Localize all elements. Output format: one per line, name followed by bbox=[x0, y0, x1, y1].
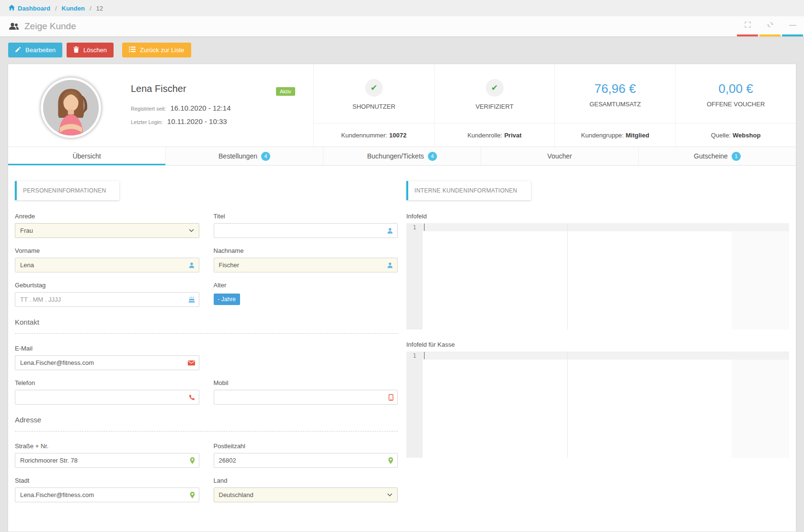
stats-section: ✔ SHOPNUTZER ✔ VERIFIZIERT 76,96 € GESAM… bbox=[314, 64, 796, 147]
tab-uebersicht[interactable]: Übersicht bbox=[8, 147, 165, 165]
gesamtumsatz-label: GESAMTUMSATZ bbox=[589, 101, 641, 108]
vorname-input[interactable] bbox=[15, 258, 199, 272]
meta-kundengruppe: Kundengruppe: Mitglied bbox=[554, 124, 675, 147]
tab-gutscheine[interactable]: Gutscheine 1 bbox=[638, 147, 796, 165]
kundenrolle-value: Privat bbox=[504, 132, 521, 139]
page-header: Zeige Kunde bbox=[0, 16, 804, 36]
tab-buchungen-tickets[interactable]: Buchungen/Tickets 4 bbox=[323, 147, 481, 165]
delete-button[interactable]: Löschen bbox=[67, 43, 114, 57]
stats-meta-row: Kundennummer: 10072 Kundenrolle: Privat … bbox=[314, 123, 796, 147]
tab-bar: Übersicht Bestellungen 4 Buchungen/Ticke… bbox=[8, 147, 796, 166]
person-icon bbox=[387, 262, 393, 269]
pencil-icon bbox=[15, 46, 21, 54]
collapse-button[interactable] bbox=[782, 16, 803, 36]
expand-button[interactable] bbox=[737, 16, 758, 36]
users-icon bbox=[9, 23, 19, 30]
tab-voucher[interactable]: Voucher bbox=[481, 147, 638, 165]
kundenrolle-label: Kundenrolle: bbox=[467, 132, 502, 139]
edit-button[interactable]: Bearbeiten bbox=[8, 43, 62, 57]
breadcrumb-separator: / bbox=[90, 5, 92, 12]
stats-top-row: ✔ SHOPNUTZER ✔ VERIFIZIERT 76,96 € GESAM… bbox=[314, 64, 796, 123]
editor-text-area bbox=[423, 351, 732, 458]
land-select[interactable]: Deutschland bbox=[214, 487, 398, 502]
envelope-icon bbox=[188, 360, 195, 365]
tab-bestellungen[interactable]: Bestellungen 4 bbox=[165, 147, 323, 165]
vorname-field: Vorname bbox=[15, 247, 199, 272]
strasse-input[interactable] bbox=[15, 453, 199, 468]
age-badge: - Jahre bbox=[214, 294, 240, 305]
mobil-field: Mobil bbox=[214, 379, 398, 405]
breadcrumb-dashboard-link[interactable]: Dashboard bbox=[9, 5, 50, 12]
refresh-button[interactable] bbox=[759, 16, 781, 36]
telefon-label: Telefon bbox=[15, 379, 199, 386]
geburtstag-field: Geburtstag bbox=[15, 282, 199, 307]
person-panel: PERSONENINFORMATIONEN Anrede Frau Titel bbox=[15, 181, 398, 511]
internal-panel-title: INTERNE KUNDENINFORMATIONEN bbox=[406, 181, 531, 200]
trash-icon bbox=[73, 46, 79, 54]
plz-input[interactable] bbox=[214, 453, 398, 468]
plz-field: Postleitzahl bbox=[214, 442, 398, 468]
mobil-input[interactable] bbox=[214, 390, 398, 405]
infofeld-editor[interactable]: 1 bbox=[406, 223, 789, 329]
email-input[interactable] bbox=[15, 355, 199, 370]
page-title: Zeige Kunde bbox=[9, 21, 76, 32]
map-pin-icon bbox=[190, 492, 195, 498]
email-label: E-Mail bbox=[15, 345, 199, 352]
home-icon bbox=[9, 5, 15, 12]
infofeld-kasse-editor[interactable]: 1 bbox=[406, 351, 789, 458]
tab-gutscheine-badge: 1 bbox=[732, 152, 741, 161]
editor-active-line bbox=[423, 223, 789, 231]
last-login-row: Letzter Login: 10.11.2020 - 10:33 bbox=[131, 117, 230, 125]
chevron-down-icon bbox=[189, 229, 194, 232]
check-icon: ✔ bbox=[365, 79, 383, 97]
person-panel-title: PERSONENINFORMATIONEN bbox=[15, 181, 119, 200]
strasse-field: Straße + Nr. bbox=[15, 442, 199, 468]
breadcrumb-separator: / bbox=[55, 5, 57, 12]
map-pin-icon bbox=[388, 457, 393, 464]
kundengruppe-label: Kundengruppe: bbox=[581, 132, 624, 139]
nachname-label: Nachname bbox=[214, 247, 398, 254]
stadt-input[interactable] bbox=[15, 487, 199, 502]
titel-input[interactable] bbox=[214, 223, 398, 238]
editor-cursor bbox=[424, 352, 425, 359]
stat-gesamtumsatz: 76,96 € GESAMTUMSATZ bbox=[554, 64, 675, 123]
email-field: E-Mail bbox=[15, 345, 199, 370]
geburtstag-input[interactable] bbox=[15, 292, 199, 307]
nachname-input[interactable] bbox=[214, 258, 398, 272]
list-icon bbox=[129, 46, 136, 54]
titel-field: Titel bbox=[214, 213, 398, 238]
tab-gutscheine-label: Gutscheine bbox=[694, 152, 728, 160]
stat-verifiziert: ✔ VERIFIZIERT bbox=[434, 64, 555, 123]
stat-verifiziert-label: VERIFIZIERT bbox=[475, 103, 513, 110]
alter-field: Alter - Jahre bbox=[214, 282, 398, 307]
infofeld-label: Infofeld bbox=[406, 213, 789, 220]
profile-summary: Lena Fischer Registriert seit: 16.10.202… bbox=[8, 64, 314, 147]
registered-value: 16.10.2020 - 12:14 bbox=[171, 104, 231, 112]
stat-shopnutzer-label: SHOPNUTZER bbox=[352, 103, 395, 110]
tab-bestellungen-badge: 4 bbox=[261, 152, 270, 161]
land-field: Land Deutschland bbox=[214, 477, 398, 502]
titel-label: Titel bbox=[214, 213, 398, 220]
breadcrumb-kunden-link[interactable]: Kunden bbox=[62, 5, 85, 12]
telefon-field: Telefon bbox=[15, 379, 199, 405]
editor-active-line bbox=[423, 351, 789, 360]
mobile-phone-icon bbox=[389, 394, 393, 401]
anrede-select[interactable]: Frau bbox=[15, 223, 199, 238]
back-to-list-button[interactable]: Zurück zur Liste bbox=[122, 43, 191, 57]
land-label: Land bbox=[214, 477, 398, 484]
breadcrumb-current: 12 bbox=[96, 5, 103, 12]
tab-uebersicht-label: Übersicht bbox=[72, 152, 101, 160]
map-pin-icon bbox=[190, 457, 195, 464]
stadt-field: Stadt bbox=[15, 477, 199, 502]
adresse-heading: Adresse bbox=[15, 414, 398, 431]
header-controls bbox=[735, 16, 803, 36]
stat-offene-voucher: 0,00 € OFFENE VOUCHER bbox=[675, 64, 796, 123]
kundennummer-label: Kundennummer: bbox=[341, 132, 387, 139]
telefon-input[interactable] bbox=[15, 390, 199, 405]
refresh-icon bbox=[767, 21, 774, 30]
kundennummer-value: 10072 bbox=[389, 132, 406, 139]
meta-kundenrolle: Kundenrolle: Privat bbox=[434, 124, 555, 147]
breadcrumb: Dashboard / Kunden / 12 bbox=[0, 0, 804, 16]
editor-gutter: 1 bbox=[406, 223, 423, 329]
gesamtumsatz-value: 76,96 € bbox=[594, 81, 636, 96]
